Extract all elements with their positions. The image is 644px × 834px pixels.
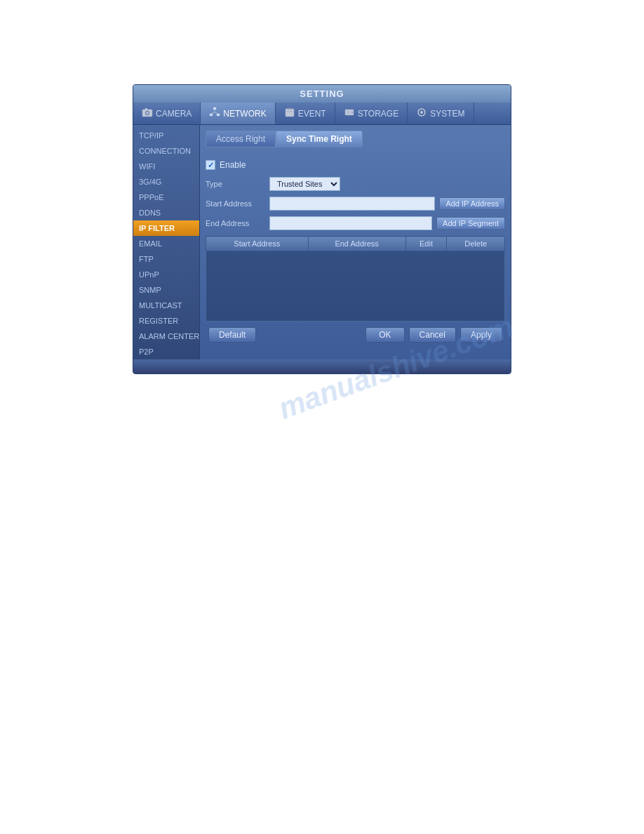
svg-rect-3 bbox=[145, 108, 147, 110]
network-icon bbox=[209, 107, 220, 120]
action-buttons: OK Cancel Apply bbox=[365, 327, 502, 343]
sidebar-item-register[interactable]: REGISTER bbox=[133, 313, 199, 329]
start-address-label: Start Address bbox=[206, 199, 265, 208]
ip-filter-table: Start Address End Address Edit Delete bbox=[206, 236, 505, 322]
sidebar-item-wifi[interactable]: WIFI bbox=[133, 159, 199, 174]
type-label: Type bbox=[206, 180, 265, 188]
tab-network-label: NETWORK bbox=[223, 109, 266, 119]
sidebar-item-ftp[interactable]: FTP bbox=[133, 251, 199, 267]
add-ip-address-button[interactable]: Add IP Address bbox=[439, 197, 505, 210]
table-body bbox=[206, 251, 505, 322]
table-empty-row bbox=[206, 251, 505, 322]
enable-row: Enable bbox=[206, 160, 505, 170]
svg-rect-5 bbox=[210, 114, 213, 116]
type-select[interactable]: Trusted Sites Blocked Sites bbox=[269, 177, 340, 191]
setting-title: SETTING bbox=[133, 85, 511, 102]
sidebar-item-snmp[interactable]: SNMP bbox=[133, 282, 199, 298]
start-address-input[interactable] bbox=[269, 197, 435, 211]
system-icon bbox=[416, 107, 427, 120]
svg-rect-10 bbox=[286, 109, 294, 117]
tab-storage[interactable]: STORAGE bbox=[335, 102, 408, 124]
camera-icon bbox=[142, 107, 153, 120]
event-icon bbox=[284, 107, 295, 120]
sidebar-item-multicast[interactable]: MULTICAST bbox=[133, 298, 199, 313]
tab-storage-label: STORAGE bbox=[358, 109, 398, 119]
enable-checkbox[interactable] bbox=[206, 160, 215, 170]
sidebar-item-upnp[interactable]: UPnP bbox=[133, 267, 199, 282]
tab-system[interactable]: SYSTEM bbox=[408, 102, 474, 124]
ok-button[interactable]: OK bbox=[365, 327, 404, 343]
col-start-address: Start Address bbox=[206, 237, 309, 251]
bottom-actions: Default OK Cancel Apply bbox=[206, 322, 505, 347]
svg-rect-11 bbox=[288, 107, 289, 110]
svg-point-19 bbox=[420, 111, 423, 114]
sidebar-item-pppoe[interactable]: PPPoE bbox=[133, 190, 199, 205]
svg-point-2 bbox=[147, 112, 149, 114]
setting-panel: SETTING CAMERA bbox=[133, 84, 511, 374]
top-tabs: CAMERA NETWORK bbox=[133, 102, 511, 125]
col-delete: Delete bbox=[447, 237, 505, 251]
end-address-row: End Address Add IP Segment bbox=[206, 216, 505, 230]
sub-tab-access-right[interactable]: Access Right bbox=[206, 131, 276, 147]
svg-rect-12 bbox=[290, 107, 292, 110]
sidebar-item-email[interactable]: EMAIL bbox=[133, 236, 199, 251]
sidebar-item-connection[interactable]: CONNECTION bbox=[133, 143, 199, 159]
svg-rect-4 bbox=[213, 107, 216, 110]
sidebar-item-3g4g[interactable]: 3G/4G bbox=[133, 174, 199, 190]
sidebar-item-ddns[interactable]: DDNS bbox=[133, 205, 199, 220]
tab-system-label: SYSTEM bbox=[430, 109, 464, 119]
sidebar-item-alarmcenter[interactable]: ALARM CENTER bbox=[133, 329, 199, 344]
default-button[interactable]: Default bbox=[208, 327, 256, 343]
col-end-address: End Address bbox=[308, 237, 405, 251]
svg-line-9 bbox=[215, 112, 218, 114]
type-row: Type Trusted Sites Blocked Sites bbox=[206, 177, 505, 191]
tab-camera-label: CAMERA bbox=[156, 109, 192, 119]
cancel-button[interactable]: Cancel bbox=[409, 327, 456, 343]
tab-camera[interactable]: CAMERA bbox=[133, 102, 201, 124]
content-area: Access Right Sync Time Right Enable Type bbox=[200, 125, 511, 359]
apply-button[interactable]: Apply bbox=[460, 327, 502, 343]
svg-point-15 bbox=[351, 112, 353, 113]
sidebar-item-p2p[interactable]: P2P bbox=[133, 344, 199, 359]
end-address-label: End Address bbox=[206, 219, 265, 227]
col-edit: Edit bbox=[405, 237, 447, 251]
sidebar-item-ipfilter[interactable]: IP FILTER bbox=[133, 220, 199, 236]
enable-label: Enable bbox=[220, 160, 246, 170]
sub-tab-sync-time-right[interactable]: Sync Time Right bbox=[276, 131, 363, 147]
end-address-input[interactable] bbox=[269, 216, 432, 230]
storage-icon bbox=[344, 107, 355, 120]
tab-event[interactable]: EVENT bbox=[276, 102, 335, 124]
sidebar: TCP/IP CONNECTION WIFI 3G/4G PPPoE DDNS bbox=[133, 125, 200, 359]
tab-event-label: EVENT bbox=[298, 109, 326, 119]
footer-bar bbox=[133, 359, 511, 373]
add-ip-segment-button[interactable]: Add IP Segment bbox=[436, 217, 505, 230]
tab-network[interactable]: NETWORK bbox=[201, 102, 275, 124]
svg-rect-6 bbox=[217, 114, 220, 116]
svg-line-8 bbox=[211, 112, 215, 114]
sidebar-item-tcpip[interactable]: TCP/IP bbox=[133, 128, 199, 143]
main-content: TCP/IP CONNECTION WIFI 3G/4G PPPoE DDNS bbox=[133, 125, 511, 359]
sub-tabs: Access Right Sync Time Right bbox=[206, 131, 505, 147]
start-address-row: Start Address Add IP Address bbox=[206, 197, 505, 211]
